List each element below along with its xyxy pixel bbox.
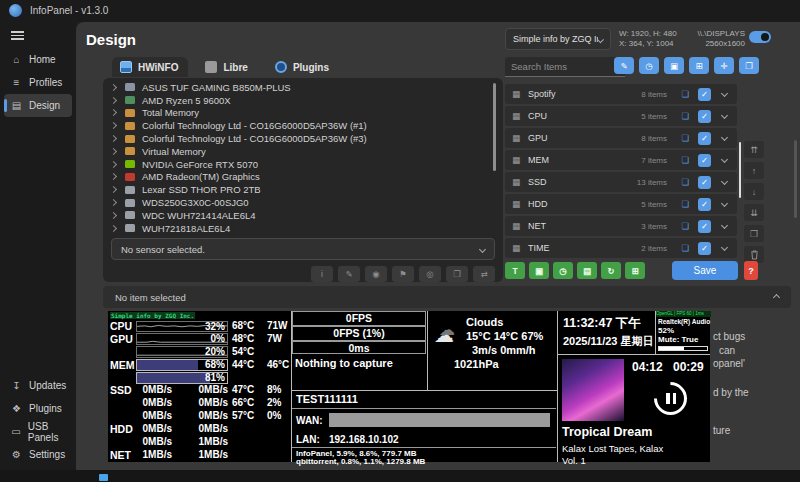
drag-handle-icon[interactable]: ▦ xyxy=(512,177,520,187)
edit-button[interactable]: ✎ xyxy=(614,57,634,74)
duplicate-group-button[interactable]: ❐ xyxy=(744,225,764,242)
open-icon[interactable]: ❏ xyxy=(681,89,689,99)
group-row-gpu[interactable]: ▦ GPU 8 items ❏ ✓ xyxy=(505,128,737,148)
rename-button[interactable]: ✎ xyxy=(338,266,360,282)
expand-chevron-icon[interactable] xyxy=(110,173,117,180)
move-top-button[interactable]: ⇈ xyxy=(744,141,764,158)
tree-item-nvidia-gpu[interactable]: NVIDIA GeForce RTX 5070 xyxy=(105,158,487,171)
tab-libre[interactable]: Libre xyxy=(197,57,257,77)
expand-chevron-icon[interactable] xyxy=(110,199,117,206)
group-row-ssd[interactable]: ▦ SSD 13 items ❏ ✓ xyxy=(505,172,737,192)
tree-item-ram2[interactable]: Colorful Technology Ltd - CO16G6000D5AP3… xyxy=(105,132,487,145)
sidebar-item-usb-panels[interactable]: ▭ USB Panels xyxy=(0,420,76,443)
drag-handle-icon[interactable]: ▦ xyxy=(512,243,520,253)
display-toggle[interactable] xyxy=(749,31,771,43)
menu-toggle-icon[interactable] xyxy=(11,31,24,40)
expand-chevron-icon[interactable] xyxy=(110,109,117,116)
group-checkbox[interactable]: ✓ xyxy=(698,242,711,255)
tab-hwinfo[interactable]: HWiNFO xyxy=(112,57,188,77)
expand-chevron-icon[interactable] xyxy=(110,212,117,219)
group-checkbox[interactable]: ✓ xyxy=(698,132,711,145)
add-button[interactable]: ⊞ xyxy=(689,57,709,74)
chevron-down-icon[interactable] xyxy=(721,222,728,229)
duplicate-button[interactable]: ❐ xyxy=(739,57,759,74)
chevron-down-icon[interactable] xyxy=(721,134,728,141)
open-icon[interactable]: ❏ xyxy=(681,199,689,209)
chevron-down-icon[interactable] xyxy=(721,200,728,207)
history-button[interactable]: ◷ xyxy=(639,57,659,74)
tree-item-amd-gpu[interactable]: AMD Radeon(TM) Graphics xyxy=(105,171,487,184)
group-row-hdd[interactable]: ▦ HDD 5 items ❏ ✓ xyxy=(505,194,737,214)
sidebar-item-plugins[interactable]: ❖ Plugins xyxy=(0,397,76,420)
expand-chevron-icon[interactable] xyxy=(110,97,117,104)
sensor-select-dropdown[interactable]: No sensor selected. xyxy=(111,238,495,260)
group-row-time[interactable]: ▦ TIME 2 items ❏ ✓ xyxy=(505,238,737,258)
open-icon[interactable]: ❏ xyxy=(681,111,689,121)
copy-button[interactable]: ❐ xyxy=(446,266,468,282)
sidebar-item-updates[interactable]: ↧ Updates xyxy=(0,374,76,397)
sidebar-item-settings[interactable]: ⚙ Settings xyxy=(0,443,76,466)
add-text-button[interactable]: T xyxy=(505,262,525,279)
tree-item-hdd2[interactable]: WUH721818ALE6L4 xyxy=(105,222,487,233)
profile-select[interactable]: Simple info by ZGQ Inc. xyxy=(505,28,611,50)
search-input[interactable] xyxy=(505,57,625,77)
add-clock-button[interactable]: ◷ xyxy=(553,262,573,279)
tree-item-ssd2[interactable]: WDS250G3X0C-00SJG0 xyxy=(105,196,487,209)
sidebar-item-profiles[interactable]: ≡ Profiles xyxy=(0,71,76,94)
group-row-spotify[interactable]: ▦ Spotify 8 items ❏ ✓ xyxy=(505,84,737,104)
sidebar-item-home[interactable]: ⌂ Home xyxy=(0,48,76,71)
flag-button[interactable]: ⚑ xyxy=(392,266,414,282)
group-checkbox[interactable]: ✓ xyxy=(698,220,711,233)
open-icon[interactable]: ❏ xyxy=(681,177,689,187)
drag-handle-icon[interactable]: ▦ xyxy=(512,199,520,209)
tree-item-total-memory[interactable]: Total Memory xyxy=(105,107,487,120)
help-button[interactable]: ? xyxy=(744,261,758,280)
tab-plugins[interactable]: Plugins xyxy=(267,57,339,77)
expand-chevron-icon[interactable] xyxy=(110,186,117,193)
sidebar-item-design[interactable]: ▤ Design xyxy=(4,94,72,117)
group-list-scrollbar[interactable] xyxy=(739,142,741,198)
expand-chevron-icon[interactable] xyxy=(110,148,117,155)
move-button[interactable]: ✛ xyxy=(714,57,734,74)
group-checkbox[interactable]: ✓ xyxy=(698,110,711,123)
group-row-mem[interactable]: ▦ MEM 7 items ❏ ✓ xyxy=(505,150,737,170)
chevron-up-icon[interactable] xyxy=(773,293,780,300)
info-button[interactable]: i xyxy=(311,266,333,282)
chevron-down-icon[interactable] xyxy=(721,244,728,251)
move-up-button[interactable]: ↑ xyxy=(744,162,764,179)
expand-chevron-icon[interactable] xyxy=(110,84,117,91)
group-checkbox[interactable]: ✓ xyxy=(698,154,711,167)
open-icon[interactable]: ❏ xyxy=(681,133,689,143)
selection-status-bar[interactable]: No item selected xyxy=(103,286,791,308)
tree-item-cpu[interactable]: AMD Ryzen 5 9600X xyxy=(105,94,487,107)
group-checkbox[interactable]: ✓ xyxy=(698,198,711,211)
save-button[interactable]: Save xyxy=(672,261,738,280)
swap-button[interactable]: ⇄ xyxy=(473,266,495,282)
target-button[interactable]: ◉ xyxy=(365,266,387,282)
add-image-button[interactable]: ▣ xyxy=(529,262,549,279)
panel-preview[interactable]: Simple info by ZGQ Inc. CPU 32% 68°C 71W… xyxy=(108,311,710,462)
drag-handle-icon[interactable]: ▦ xyxy=(512,111,520,121)
add-table-button[interactable]: ▤ xyxy=(577,262,597,279)
chevron-down-icon[interactable] xyxy=(721,112,728,119)
group-row-cpu[interactable]: ▦ CPU 5 items ❏ ✓ xyxy=(505,106,737,126)
move-bottom-button[interactable]: ⇊ xyxy=(744,204,764,221)
tree-item-virtual-memory[interactable]: Virtual Memory xyxy=(105,145,487,158)
tree-item-motherboard[interactable]: ASUS TUF GAMING B850M-PLUS xyxy=(105,81,487,94)
tree-item-hdd1[interactable]: WDC WUH721414ALE6L4 xyxy=(105,209,487,222)
record-button[interactable]: ◎ xyxy=(419,266,441,282)
open-icon[interactable]: ❏ xyxy=(681,155,689,165)
tree-scrollbar[interactable] xyxy=(493,83,496,171)
add-grid-button[interactable]: ⊞ xyxy=(625,262,645,279)
drag-handle-icon[interactable]: ▦ xyxy=(512,155,520,165)
drag-handle-icon[interactable]: ▦ xyxy=(512,133,520,143)
add-gauge-button[interactable]: ↻ xyxy=(601,262,621,279)
chevron-down-icon[interactable] xyxy=(721,90,728,97)
tree-item-ssd1[interactable]: Lexar SSD THOR PRO 2TB xyxy=(105,183,487,196)
expand-chevron-icon[interactable] xyxy=(110,122,117,129)
group-checkbox[interactable]: ✓ xyxy=(698,176,711,189)
drag-handle-icon[interactable]: ▦ xyxy=(512,221,520,231)
expand-chevron-icon[interactable] xyxy=(110,135,117,142)
chevron-down-icon[interactable] xyxy=(721,178,728,185)
tree-item-ram1[interactable]: Colorful Technology Ltd - CO16G6000D5AP3… xyxy=(105,119,487,132)
